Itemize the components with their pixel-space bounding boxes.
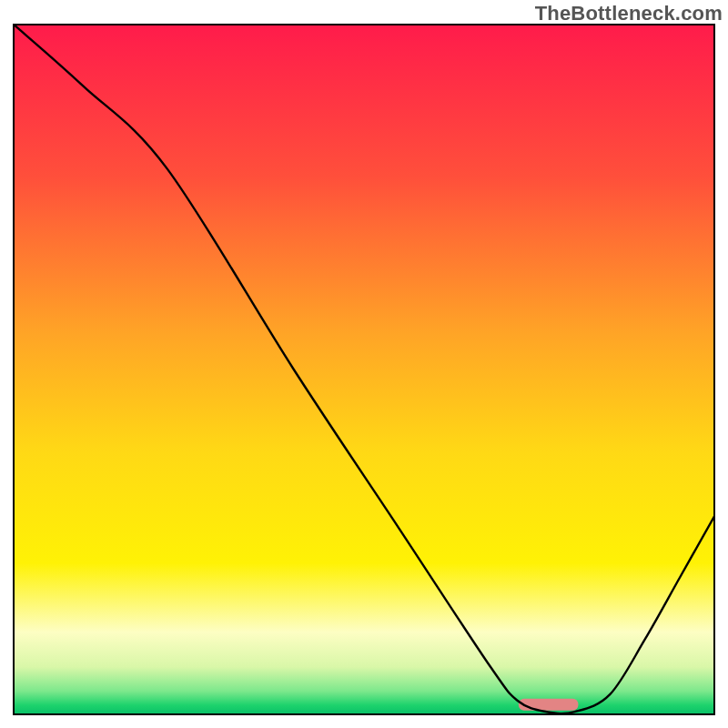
gradient-background	[13, 24, 715, 715]
bottleneck-plot	[13, 24, 715, 715]
watermark-text: TheBottleneck.com	[535, 2, 723, 25]
chart-container: TheBottleneck.com	[0, 0, 728, 728]
optimal-marker	[519, 699, 579, 711]
